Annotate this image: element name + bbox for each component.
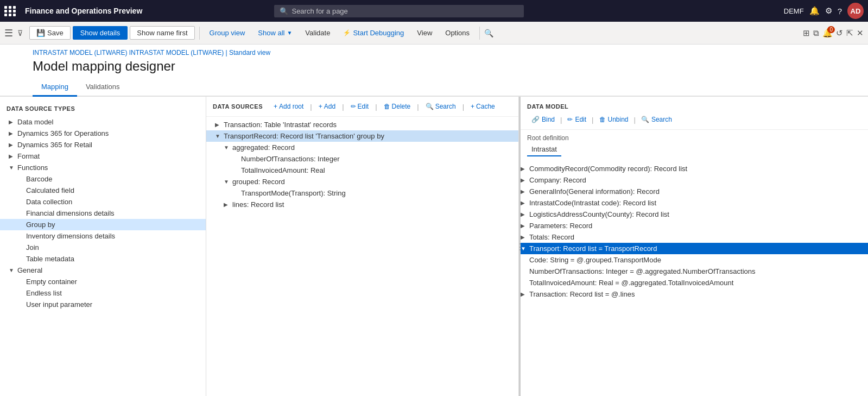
dst-financial-dims[interactable]: Financial dimensions details: [0, 208, 206, 219]
dm-company[interactable]: Company: Record: [521, 174, 868, 186]
delete-btn[interactable]: 🗑 Delete: [379, 101, 415, 112]
dst-inventory-dims[interactable]: Inventory dimensions details: [0, 230, 206, 242]
dst-d365-ops[interactable]: Dynamics 365 for Operations: [0, 128, 206, 139]
tab-validations[interactable]: Validations: [77, 78, 129, 97]
waffle-menu[interactable]: [4, 6, 16, 16]
show-all-button[interactable]: Show all ▼: [252, 27, 297, 39]
dm-parameters[interactable]: Parameters: Record: [521, 220, 868, 231]
filter-icon[interactable]: ⊽: [17, 29, 23, 37]
toolbar-close[interactable]: ✕: [857, 28, 864, 38]
hamburger-icon[interactable]: ☰: [4, 27, 13, 39]
add-btn[interactable]: + Add: [314, 101, 340, 112]
dm-edit-btn[interactable]: ✏ Edit: [563, 114, 591, 125]
chevron-icon: [9, 153, 15, 159]
app-title: Finance and Operations Preview: [25, 7, 142, 15]
cache-btn[interactable]: + Cache: [466, 101, 499, 112]
dst-functions[interactable]: Functions: [0, 162, 206, 173]
ds-total-invoiced[interactable]: TotalInvoicedAmount: Real: [206, 165, 518, 176]
dst-calculated-field[interactable]: Calculated field: [0, 185, 206, 196]
left-panel-title: DATA SOURCE TYPES: [0, 101, 206, 114]
dm-totals[interactable]: Totals: Record: [521, 231, 868, 243]
bind-icon: 🔗: [531, 116, 540, 123]
dst-format[interactable]: Format: [0, 150, 206, 162]
dm-general-info[interactable]: GeneralInfo(General information): Record: [521, 186, 868, 197]
dst-general[interactable]: General: [0, 265, 206, 276]
dst-data-collection[interactable]: Data collection: [0, 196, 206, 208]
toolbar-icon1[interactable]: ⊞: [803, 28, 810, 38]
toolbar-icon2[interactable]: ⧉: [813, 28, 819, 38]
chevron-icon: [215, 133, 221, 139]
global-search[interactable]: 🔍 Search for a page: [274, 5, 524, 17]
right-panel: DATA MODEL 🔗 Bind | ✏ Edit | 🗑 Unbind | …: [521, 97, 868, 396]
dst-join[interactable]: Join: [0, 242, 206, 253]
toolbar-badge[interactable]: 0 🔔: [822, 28, 833, 38]
view-button[interactable]: View: [411, 27, 438, 39]
unbind-btn[interactable]: 🗑 Unbind: [595, 114, 633, 125]
options-button[interactable]: Options: [440, 27, 475, 39]
search-icon: 🔍: [280, 7, 288, 15]
group-view-button[interactable]: Group view: [204, 27, 251, 39]
chevron-icon: [521, 223, 527, 229]
validate-button[interactable]: Validate: [300, 27, 335, 39]
notification-btn[interactable]: 🔔: [809, 6, 820, 16]
ds-transport-record[interactable]: TransportRecord: Record list 'Transactio…: [206, 130, 518, 142]
data-model-title: DATA MODEL: [521, 101, 868, 114]
ds-grouped[interactable]: grouped: Record: [206, 176, 518, 187]
chevron-icon: [215, 122, 221, 128]
dm-commodity-record[interactable]: CommodityRecord(Commodity record): Recor…: [521, 163, 868, 174]
dst-table-metadata[interactable]: Table metadata: [0, 253, 206, 265]
data-sources-header: DATA SOURCES + Add root | + Add | ✏ Edit…: [206, 97, 518, 117]
dm-transport[interactable]: Transport: Record list = TransportRecord: [521, 243, 868, 254]
top-nav: Finance and Operations Preview 🔍 Search …: [0, 0, 868, 22]
user-avatar[interactable]: AD: [847, 3, 864, 19]
chevron-icon: [521, 188, 527, 194]
dst-group-by[interactable]: Group by: [0, 219, 206, 230]
help-btn[interactable]: ?: [838, 7, 842, 16]
dm-logistics-address[interactable]: LogisticsAddressCounty(County): Record l…: [521, 209, 868, 220]
data-sources-tree: Transaction: Table 'Intrastat' records T…: [206, 117, 518, 396]
dst-barcode[interactable]: Barcode: [0, 173, 206, 185]
dst-endless-list[interactable]: Endless list: [0, 287, 206, 299]
chevron-icon: [224, 179, 230, 185]
tab-mapping[interactable]: Mapping: [33, 78, 77, 97]
breadcrumb: INTRASTAT MODEL (LITWARE) INTRASTAT MODE…: [0, 45, 868, 56]
ds-lines[interactable]: lines: Record list: [206, 199, 518, 210]
dm-search-btn[interactable]: 🔍 Search: [637, 114, 676, 125]
tab-bar: Mapping Validations: [0, 78, 868, 97]
dst-d365-retail[interactable]: Dynamics 365 for Retail: [0, 139, 206, 150]
delete-icon: 🗑: [599, 116, 606, 123]
toolbar-search-btn[interactable]: 🔍: [484, 29, 493, 37]
dst-empty-container[interactable]: Empty container: [0, 276, 206, 287]
edit-btn[interactable]: ✏ Edit: [346, 101, 373, 112]
toolbar-sep-1: [199, 27, 200, 40]
dm-total-invoiced[interactable]: TotalInvoicedAmount: Real = @.aggregated…: [521, 277, 868, 288]
ds-aggregated[interactable]: aggregated: Record: [206, 142, 518, 153]
dm-intrastat-code[interactable]: IntrastatCode(Intrastat code): Record li…: [521, 197, 868, 209]
search-placeholder: Search for a page: [292, 7, 347, 15]
root-def-value: Intrastat: [527, 143, 561, 156]
start-debugging-button[interactable]: ⚡ Start Debugging: [338, 27, 409, 39]
dst-user-input[interactable]: User input parameter: [0, 299, 206, 310]
data-model-actions: 🔗 Bind | ✏ Edit | 🗑 Unbind | 🔍 Search: [521, 114, 868, 130]
dst-data-model[interactable]: Data model: [0, 116, 206, 128]
toolbar-popout[interactable]: ⇱: [846, 28, 853, 38]
edit-icon: ✏: [351, 103, 356, 110]
show-details-button[interactable]: Show details: [73, 26, 128, 40]
add-root-btn[interactable]: + Add root: [269, 101, 308, 112]
ds-transport-mode[interactable]: TransportMode(Transport): String: [206, 187, 518, 199]
search-btn[interactable]: 🔍 Search: [421, 101, 460, 112]
top-right-actions: DEMF 🔔 ⚙ ? AD: [784, 3, 864, 19]
plus-icon: +: [274, 103, 277, 110]
show-name-first-button[interactable]: Show name first: [130, 26, 194, 40]
bind-btn[interactable]: 🔗 Bind: [527, 114, 559, 125]
plus-icon: +: [319, 103, 322, 110]
ds-transaction[interactable]: Transaction: Table 'Intrastat' records: [206, 119, 518, 130]
ds-num-transactions[interactable]: NumberOfTransactions: Integer: [206, 153, 518, 165]
dm-transaction[interactable]: Transaction: Record list = @.lines: [521, 288, 868, 300]
save-button[interactable]: 💾 Save: [29, 26, 71, 40]
toolbar-refresh[interactable]: ↺: [836, 28, 843, 38]
dm-code[interactable]: Code: String = @.grouped.TransportMode: [521, 254, 868, 266]
settings-btn[interactable]: ⚙: [825, 6, 832, 16]
page-title: Model mapping designer: [0, 56, 868, 78]
dm-num-transactions[interactable]: NumberOfTransactions: Integer = @.aggreg…: [521, 266, 868, 277]
